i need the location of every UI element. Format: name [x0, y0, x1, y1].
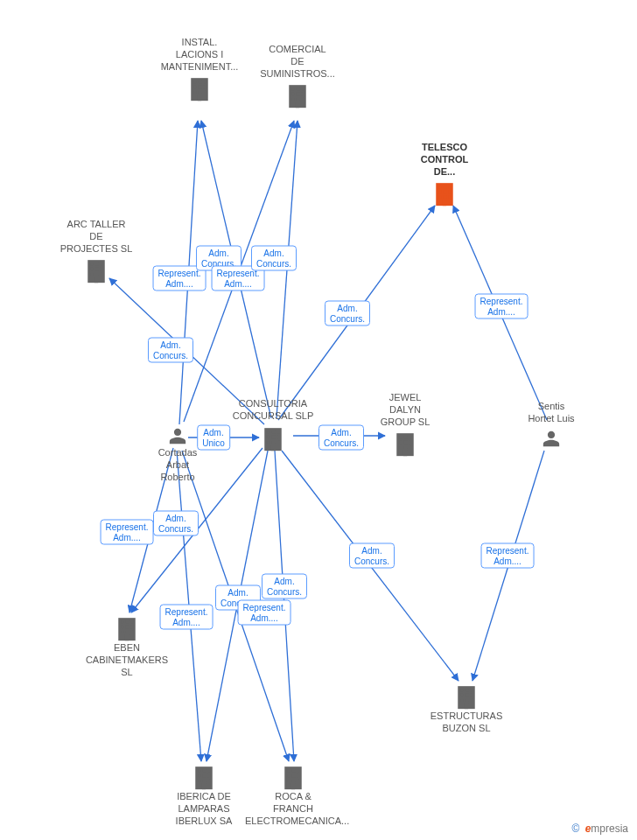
svg-rect-20 [203, 81, 205, 84]
copyright-symbol: © [571, 822, 579, 835]
svg-rect-78 [409, 441, 410, 444]
node-comercial[interactable]: COMERCIALDESUMINISTROS... [249, 44, 346, 109]
node-label: SentisHortet Luis [503, 401, 599, 425]
svg-rect-120 [287, 774, 290, 777]
svg-rect-43 [438, 191, 441, 193]
svg-rect-45 [448, 191, 450, 193]
svg-rect-84 [121, 620, 123, 623]
svg-rect-40 [438, 186, 441, 189]
svg-rect-59 [100, 272, 102, 275]
svg-rect-44 [444, 191, 446, 193]
svg-rect-92 [130, 630, 132, 633]
svg-rect-89 [130, 626, 132, 628]
node-label: CONSULTORIACONCURSAL SLP [225, 398, 321, 423]
edge-label: Adm.Unico [197, 425, 230, 451]
svg-rect-119 [297, 769, 298, 772]
node-roca[interactable]: ROCA &FRANCHELECTROMECANICA... [245, 761, 341, 827]
node-label: ARC TALLERDEPROJECTES SL [48, 219, 144, 255]
building-icon [455, 684, 478, 710]
svg-rect-118 [292, 769, 295, 772]
brand-name: mpresia [591, 822, 628, 835]
svg-rect-106 [198, 769, 200, 772]
svg-rect-103 [470, 698, 472, 701]
svg-rect-66 [272, 435, 275, 438]
svg-rect-49 [443, 200, 446, 206]
svg-rect-113 [203, 779, 206, 781]
svg-rect-58 [95, 272, 98, 275]
svg-rect-21 [193, 86, 196, 88]
svg-rect-96 [466, 689, 468, 691]
svg-rect-88 [126, 626, 129, 628]
svg-rect-67 [276, 435, 278, 438]
building-icon [394, 431, 416, 458]
svg-rect-54 [90, 268, 93, 270]
svg-rect-47 [444, 195, 446, 198]
svg-rect-101 [460, 698, 463, 701]
svg-rect-123 [287, 779, 290, 781]
svg-rect-110 [203, 774, 206, 777]
node-jewel[interactable]: JEWELDALYNGROUP SL [357, 392, 453, 458]
svg-rect-23 [203, 86, 205, 88]
svg-rect-98 [460, 694, 463, 696]
svg-rect-62 [267, 430, 270, 433]
svg-rect-107 [203, 769, 206, 772]
node-label: EBENCABINETMAKERS SL [79, 642, 175, 678]
node-label: ROCA &FRANCHELECTROMECANICA... [245, 791, 341, 827]
svg-rect-81 [409, 445, 410, 448]
node-label: CortadasArbatRoberto [130, 447, 226, 483]
edge-label: Adm.Concurs. [325, 301, 370, 326]
edge-label: Represent.Adm.... [238, 600, 291, 626]
svg-rect-22 [199, 86, 201, 88]
building-icon [192, 765, 215, 791]
svg-rect-82 [403, 451, 407, 456]
svg-rect-99 [466, 694, 468, 696]
svg-rect-69 [272, 440, 275, 443]
node-instal[interactable]: INSTAL.LACIONS IMANTENIMENT... [151, 37, 248, 102]
footer-brand: © empresia [571, 822, 628, 835]
node-sentis[interactable]: SentisHortet Luis [503, 401, 599, 450]
svg-rect-75 [409, 437, 410, 439]
svg-rect-85 [126, 620, 129, 623]
svg-rect-95 [460, 689, 463, 691]
svg-rect-27 [198, 95, 201, 101]
svg-rect-124 [292, 779, 295, 781]
svg-rect-34 [301, 93, 303, 95]
diagram-stage: INSTAL.LACIONS IMANTENIMENT... COMERCIAL… [0, 0, 637, 840]
svg-rect-71 [271, 444, 275, 450]
node-consultoria[interactable]: CONSULTORIACONCURSAL SLP [225, 398, 321, 452]
svg-rect-53 [100, 263, 102, 266]
svg-rect-19 [199, 81, 201, 84]
svg-rect-77 [404, 441, 407, 444]
svg-rect-97 [470, 689, 472, 691]
node-estructuras[interactable]: ESTRUCTURASBUZON SL [418, 681, 514, 735]
node-iberica[interactable]: IBERICA DELAMPARASIBERLUX SA [156, 761, 252, 827]
svg-rect-79 [399, 445, 402, 448]
svg-rect-18 [193, 81, 196, 84]
svg-rect-108 [207, 769, 209, 772]
svg-rect-115 [202, 784, 206, 789]
svg-rect-109 [198, 774, 200, 777]
svg-rect-35 [291, 97, 294, 100]
svg-rect-126 [291, 784, 295, 789]
node-telesco[interactable]: TELESCOCONTROLDE... [396, 142, 493, 207]
svg-rect-31 [301, 88, 303, 91]
svg-rect-86 [130, 620, 132, 623]
building-icon [286, 83, 309, 109]
edge-label: Represent.Adm.... [101, 520, 154, 545]
svg-rect-70 [276, 440, 278, 443]
svg-rect-37 [301, 97, 303, 100]
svg-rect-52 [95, 263, 98, 266]
node-label: ESTRUCTURASBUZON SL [418, 710, 514, 735]
svg-rect-68 [267, 440, 270, 443]
svg-rect-112 [198, 779, 200, 781]
svg-rect-104 [465, 704, 468, 709]
svg-rect-24 [193, 90, 196, 93]
svg-rect-26 [203, 90, 205, 93]
node-arctaller[interactable]: ARC TALLERDEPROJECTES SL [48, 219, 144, 284]
node-label: JEWELDALYNGROUP SL [357, 392, 453, 428]
building-icon [282, 765, 304, 791]
person-icon [168, 426, 187, 447]
svg-rect-36 [297, 97, 299, 100]
node-label: TELESCOCONTROLDE... [396, 142, 493, 178]
svg-rect-100 [470, 694, 472, 696]
